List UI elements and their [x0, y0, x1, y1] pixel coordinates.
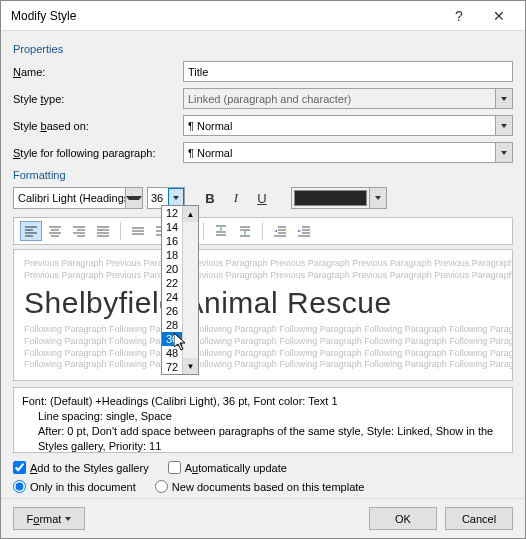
modify-style-dialog: Modify Style ? ✕ Properties Name: Style … — [0, 0, 526, 539]
font-color-picker[interactable] — [291, 187, 387, 209]
dropdown-scrollbar[interactable]: ▲ ▼ — [182, 206, 198, 374]
based-on-select[interactable] — [183, 115, 513, 136]
following-select[interactable] — [183, 142, 513, 163]
chevron-down-icon[interactable] — [495, 143, 512, 162]
chevron-down-icon[interactable] — [495, 116, 512, 135]
font-family-select[interactable]: Calibri Light (Headings) — [13, 187, 143, 209]
align-left-button[interactable] — [20, 221, 42, 241]
properties-heading: Properties — [13, 43, 513, 55]
cancel-button[interactable]: Cancel — [445, 507, 513, 530]
chevron-down-icon[interactable] — [369, 188, 386, 208]
name-label: Name: — [13, 66, 183, 78]
help-button[interactable]: ? — [439, 2, 479, 30]
indent-increase-button[interactable] — [293, 221, 315, 241]
scroll-up-icon[interactable]: ▲ — [183, 206, 198, 222]
underline-button[interactable]: U — [251, 187, 273, 209]
dialog-title: Modify Style — [11, 9, 439, 23]
style-type-select — [183, 88, 513, 109]
bold-button[interactable]: B — [199, 187, 221, 209]
titlebar: Modify Style ? ✕ — [1, 1, 525, 31]
only-this-doc-radio[interactable]: Only in this document — [13, 480, 136, 493]
close-button[interactable]: ✕ — [479, 2, 519, 30]
following-label: Style for following paragraph: — [13, 147, 183, 159]
color-swatch — [294, 190, 367, 206]
ok-button[interactable]: OK — [369, 507, 437, 530]
formatting-toolbar: Calibri Light (Headings) 36 B I U — [13, 187, 513, 209]
based-on-label: Style based on: — [13, 120, 183, 132]
preview-sample-text: Shelbyfield Animal Rescue — [24, 283, 502, 322]
style-type-label: Style type: — [13, 93, 183, 105]
italic-button[interactable]: I — [225, 187, 247, 209]
align-justify-button[interactable] — [92, 221, 114, 241]
name-input[interactable] — [183, 61, 513, 82]
style-description: Font: (Default) +Headings (Calibri Light… — [13, 387, 513, 453]
space-before-dec-button[interactable] — [234, 221, 256, 241]
options-checks: Add to the Styles gallery Automatically … — [13, 461, 513, 495]
dialog-buttons: Format OK Cancel — [1, 498, 525, 538]
auto-update-check[interactable]: Automatically update — [168, 461, 287, 474]
caret-down-icon — [65, 517, 71, 521]
new-docs-radio[interactable]: New documents based on this template — [155, 480, 365, 493]
add-to-gallery-check[interactable]: Add to the Styles gallery — [13, 461, 149, 474]
formatting-heading: Formatting — [13, 169, 513, 181]
scroll-down-icon[interactable]: ▼ — [183, 358, 198, 374]
font-size-dropdown[interactable]: 12 14 16 18 20 22 24 26 28 36 48 72 ▲ ▼ — [161, 205, 199, 375]
chevron-down-icon[interactable] — [125, 188, 142, 208]
content-area: Properties Name: Style type: Style based… — [1, 31, 525, 498]
scroll-track[interactable] — [183, 222, 198, 358]
indent-decrease-button[interactable] — [269, 221, 291, 241]
format-menu-button[interactable]: Format — [13, 507, 85, 530]
space-before-inc-button[interactable] — [210, 221, 232, 241]
chevron-down-icon — [495, 89, 512, 108]
paragraph-toolbar — [13, 217, 513, 245]
align-center-button[interactable] — [44, 221, 66, 241]
align-right-button[interactable] — [68, 221, 90, 241]
spacing-1-button[interactable] — [127, 221, 149, 241]
style-preview: Previous Paragraph Previous Paragraph Pr… — [13, 249, 513, 381]
